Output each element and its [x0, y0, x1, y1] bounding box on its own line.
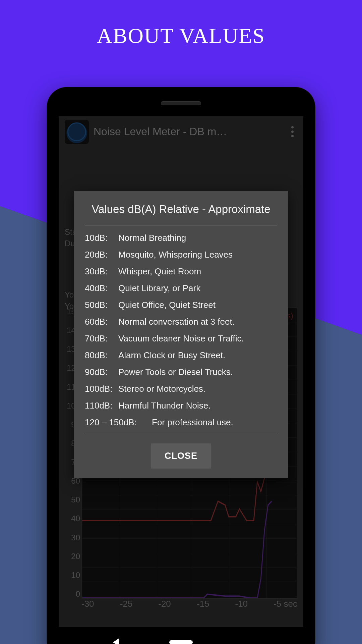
values-row: 30dB:Whisper, Quiet Room — [85, 266, 277, 277]
values-row: 90dB:Power Tools or Diesel Trucks. — [85, 367, 277, 377]
modal-footer: CLOSE — [85, 434, 277, 469]
values-row-db: 10dB: — [85, 233, 118, 243]
values-row-db: 60dB: — [85, 317, 118, 327]
app-icon — [65, 120, 89, 144]
chart-x-tick: -10 — [235, 599, 248, 614]
values-row-desc: Vacuum cleaner Noise or Traffic. — [118, 333, 277, 344]
values-row: 20dB:Mosquito, Whispering Leaves — [85, 250, 277, 260]
chart-x-tick: -25 — [120, 599, 133, 614]
values-row: 100dB:Stereo or Motorcycles. — [85, 384, 277, 394]
values-row-db: 110dB: — [85, 400, 118, 411]
app-header: Noise Level Meter - DB m… — [59, 116, 303, 148]
values-row-db: 30dB: — [85, 266, 118, 277]
promo-title: ABOUT VALUES — [0, 23, 362, 48]
values-row-desc: Mosquito, Whispering Leaves — [118, 250, 277, 260]
phone-device-frame: Noise Level Meter - DB m… Sta Du Yo Yo 1… — [47, 87, 315, 644]
values-row-db: 20dB: — [85, 250, 118, 260]
values-row-db: 40dB: — [85, 283, 118, 293]
chart-y-tick: 20 — [65, 552, 80, 561]
chart-x-tick: -20 — [158, 599, 171, 614]
values-row: 110dB:Harmful Thunder Noise. — [85, 400, 277, 411]
close-button[interactable]: CLOSE — [151, 443, 211, 469]
chart-y-tick: 50 — [65, 495, 80, 504]
values-row-db: 50dB: — [85, 300, 118, 310]
values-row: 120 – 150dB:For professional use. — [85, 417, 277, 428]
values-row: 40dB:Quiet Library, or Park — [85, 283, 277, 293]
nav-back-icon[interactable] — [113, 638, 119, 644]
values-row-desc: Power Tools or Diesel Trucks. — [118, 367, 277, 377]
values-row: 50dB:Quiet Office, Quiet Street — [85, 300, 277, 310]
phone-screen: Noise Level Meter - DB m… Sta Du Yo Yo 1… — [59, 116, 303, 627]
values-row-db: 90dB: — [85, 367, 118, 377]
chart-y-tick: 40 — [65, 514, 80, 523]
values-row: 80dB:Alarm Clock or Busy Street. — [85, 350, 277, 361]
nav-home-icon[interactable] — [169, 640, 193, 644]
modal-values-list: 10dB:Normal Breathing20dB:Mosquito, Whis… — [85, 225, 277, 434]
values-row-db: 100dB: — [85, 384, 118, 394]
values-row-db: 80dB: — [85, 350, 118, 361]
overflow-menu-icon[interactable] — [287, 126, 297, 137]
values-row-desc: Whisper, Quiet Room — [118, 266, 277, 277]
values-row-desc: Quiet Office, Quiet Street — [118, 300, 277, 310]
values-row-desc: Quiet Library, or Park — [118, 283, 277, 293]
values-row-desc: Harmful Thunder Noise. — [118, 400, 277, 411]
android-nav-bar — [47, 634, 315, 644]
values-row-db: 70dB: — [85, 333, 118, 344]
chart-x-tick: -30 — [81, 599, 94, 614]
values-row: 70dB:Vacuum cleaner Noise or Traffic. — [85, 333, 277, 344]
values-row-desc: For professional use. — [152, 417, 277, 428]
values-row-desc: Alarm Clock or Busy Street. — [118, 350, 277, 361]
chart-x-tick: -5 sec — [274, 599, 297, 614]
chart-y-tick: 10 — [65, 571, 80, 580]
values-modal: Values dB(A) Relative - Approximate 10dB… — [74, 191, 288, 478]
values-row-desc: Stereo or Motorcycles. — [118, 384, 277, 394]
values-row-db: 120 – 150dB: — [85, 417, 152, 428]
phone-speaker — [161, 101, 201, 105]
modal-title: Values dB(A) Relative - Approximate — [85, 203, 277, 225]
values-row: 60dB:Normal conversation at 3 feet. — [85, 317, 277, 327]
chart-y-tick: 30 — [65, 533, 80, 542]
values-row-desc: Normal conversation at 3 feet. — [118, 317, 277, 327]
values-row: 10dB:Normal Breathing — [85, 233, 277, 243]
values-row-desc: Normal Breathing — [118, 233, 277, 243]
app-title: Noise Level Meter - DB m… — [94, 125, 283, 138]
chart-y-tick: 0 — [65, 589, 80, 599]
chart-x-labels: -30-25-20-15-10-5 sec — [81, 599, 297, 614]
chart-x-tick: -15 — [197, 599, 209, 614]
